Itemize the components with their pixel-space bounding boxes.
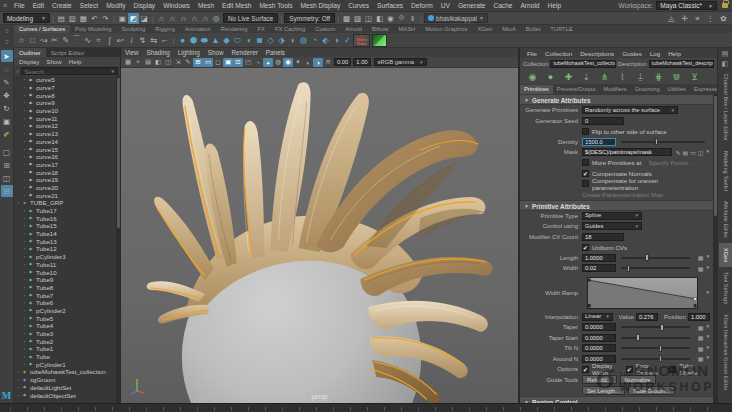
chevron-down-icon[interactable]: ▼ xyxy=(706,149,710,156)
isolate-select-icon[interactable]: ◔ xyxy=(253,58,263,67)
shelf-tab[interactable]: Bullet xyxy=(521,25,546,33)
view-transform-dropdown[interactable]: sRGB gamma ▼ xyxy=(374,58,428,66)
shelf-tab[interactable]: Custom xyxy=(310,25,340,33)
display-width-checkbox[interactable] xyxy=(582,366,589,373)
launch-app-icon[interactable]: ⟐ xyxy=(396,13,407,24)
menubar-item[interactable]: Deform xyxy=(407,2,437,9)
outliner-item[interactable]: ▪ ✦ curve16 xyxy=(14,153,116,161)
outliner-item[interactable]: ▪ ✦ curve14 xyxy=(14,138,116,146)
menubar-item[interactable]: Mesh Tools xyxy=(255,2,296,9)
menubar-item[interactable]: Modify xyxy=(102,2,129,9)
chevron-down-icon[interactable]: ▼ xyxy=(706,334,710,341)
normalize-button[interactable]: Normalize xyxy=(620,375,656,384)
shelf-tab[interactable]: Rendering xyxy=(216,25,253,33)
menubar-item[interactable]: Arnold xyxy=(516,2,543,9)
pencil-curve-icon[interactable]: ✎ xyxy=(60,34,71,47)
outliner-item[interactable]: ▪ ✦ Tube17 xyxy=(14,207,116,215)
textured-icon[interactable]: ◉ xyxy=(283,58,293,67)
description-dropdown[interactable]: tubeMohawkTest_description▼ xyxy=(649,60,714,68)
outliner-item[interactable]: ▪ ✦ pCylinder2 xyxy=(14,307,116,315)
app-menu-icon[interactable]: ≡ xyxy=(0,2,10,9)
snap-options-icon[interactable]: ⋮ xyxy=(705,13,716,24)
filter-icon[interactable]: ⌕ xyxy=(16,68,19,75)
menubar-item[interactable]: UV xyxy=(437,2,454,9)
attach-curves-icon[interactable]: ∿ xyxy=(82,34,93,47)
map-button-icon[interactable]: ▦ xyxy=(698,324,704,331)
menubar-item[interactable]: Windows xyxy=(159,2,194,9)
outliner-item[interactable]: ▪ ✦ Tube9 xyxy=(14,276,116,284)
map-button-icon[interactable]: ▦ xyxy=(698,254,704,261)
dock-tab[interactable]: Channel Box / Layer Editor xyxy=(719,69,732,146)
ramp-position-field[interactable]: 1.000 xyxy=(688,313,710,321)
user-account-dropdown[interactable]: bhavikakappal ▼ xyxy=(424,13,488,23)
outliner-menu-item[interactable]: Show xyxy=(43,58,64,65)
shelf-tab[interactable]: Rigging xyxy=(150,25,180,33)
outliner-item[interactable]: ▪ ✦ Tube11 xyxy=(14,261,116,269)
viewport-menu-item[interactable]: Renderer xyxy=(227,49,261,56)
shelf-tab[interactable]: FX Caching xyxy=(270,25,310,33)
bookmark-icon[interactable]: ◧ xyxy=(153,58,163,67)
xgen-menu-item[interactable]: Descriptions xyxy=(576,50,618,57)
birail-icon[interactable]: ◗ xyxy=(287,34,298,47)
outliner-item[interactable]: ▪ ✦ curve19 xyxy=(14,176,116,184)
time-slider[interactable] xyxy=(0,403,732,412)
gate-mask-icon[interactable]: ▣ xyxy=(223,58,233,67)
attribute-slider[interactable] xyxy=(621,358,690,360)
outliner-item[interactable]: ▪ ✦ curve20 xyxy=(14,184,116,192)
map-button-icon[interactable]: ▦ xyxy=(698,355,704,362)
outliner-search-input[interactable]: Search... ▼ xyxy=(21,67,118,75)
more-primitives-checkbox[interactable] xyxy=(582,159,589,166)
snap-grid-icon[interactable]: ∩ xyxy=(156,13,167,24)
viewport-menu-item[interactable]: Show xyxy=(204,49,228,56)
section-generate-attributes[interactable]: ▼ Generate Attributes xyxy=(520,94,713,105)
outliner-item[interactable]: ▪ ✦ Tube4 xyxy=(14,322,116,330)
highlight-selection-icon[interactable]: ◬ xyxy=(666,13,677,24)
menubar-item[interactable]: Cache xyxy=(489,2,516,9)
undo-icon[interactable]: ↶ xyxy=(89,13,100,24)
trim-icon[interactable]: ✓ xyxy=(342,34,353,47)
grid-icon[interactable]: ⊞ xyxy=(193,58,203,67)
gamma-field[interactable]: 1.00 xyxy=(353,58,370,66)
revolve-icon[interactable]: ◖ xyxy=(243,34,254,47)
section-primitive-attributes[interactable]: ▼ Primitive Attributes xyxy=(520,200,713,211)
wireframe-shaded-icon[interactable]: ◍ xyxy=(273,58,283,67)
resolution-gate-icon[interactable]: ◻ xyxy=(213,58,223,67)
fillet-curve-icon[interactable]: ⌐ xyxy=(159,34,170,47)
shelf-tab[interactable]: Bifrost xyxy=(367,25,393,33)
grid-options-icon[interactable]: ≡ xyxy=(692,13,703,24)
viewport-menu-item[interactable]: Lighting xyxy=(174,49,204,56)
layout-four-pane-icon[interactable]: ⊞ xyxy=(1,159,13,171)
shelf-tab[interactable]: TURTLE xyxy=(545,25,577,33)
mask-field[interactable]: $(DESC)/paintmaps/mask xyxy=(582,148,672,156)
outliner-item[interactable]: ▪ ✦ curve21 xyxy=(14,191,116,199)
primitive-type-dropdown[interactable]: Spline▼ xyxy=(582,212,642,220)
map-menu-icon[interactable]: ◫ xyxy=(698,149,704,156)
compensate-uneven-checkbox[interactable] xyxy=(582,180,589,187)
make-live-icon[interactable]: ◎ xyxy=(211,13,222,24)
outliner-item[interactable]: ▪ ✦ Tube8 xyxy=(14,284,116,292)
rotate-tool-icon[interactable]: ↻ xyxy=(1,102,13,114)
nurbs-plane-icon[interactable]: ◆ xyxy=(221,34,232,47)
image-plane-icon[interactable]: ◫ xyxy=(163,58,173,67)
specify-points-button[interactable]: Specify Points... xyxy=(649,159,693,166)
field-chart-icon[interactable]: ⊡ xyxy=(233,58,243,67)
loft-icon[interactable]: ◙ xyxy=(254,34,265,47)
outliner-item[interactable]: ▪ ✦ Tube16 xyxy=(14,214,116,222)
dock-tab[interactable]: Tool Settings xyxy=(719,267,732,309)
create-param-map-button[interactable]: Create Parameterization Map xyxy=(582,191,663,198)
collection-dropdown[interactable]: tubeMohawkTest_collection▼ xyxy=(550,60,615,68)
xgen-menu-item[interactable]: Log xyxy=(646,50,664,57)
chevron-down-icon[interactable]: ▼ xyxy=(706,324,710,331)
motion-blur-icon[interactable]: ≋ xyxy=(323,58,333,67)
arc-curve-icon[interactable]: ⌒ xyxy=(71,34,82,47)
lock-camera-icon[interactable]: ⌖ xyxy=(133,58,143,67)
select-camera-icon[interactable]: ▦ xyxy=(123,58,133,67)
attribute-slider[interactable] xyxy=(621,337,690,339)
dock-tab[interactable]: XGen Interactive Groom Editor xyxy=(719,309,732,395)
viewport-3d-view[interactable]: persp xyxy=(121,68,518,403)
extend-curve-icon[interactable]: ↜ xyxy=(115,34,126,47)
outliner-item[interactable]: ▪ ✦ curve7 xyxy=(14,84,116,92)
ipr-render-icon[interactable]: ◫ xyxy=(363,13,374,24)
outliner-item[interactable]: ▪ ✦ curve15 xyxy=(14,145,116,153)
map-button-icon[interactable]: ▦ xyxy=(698,265,704,272)
